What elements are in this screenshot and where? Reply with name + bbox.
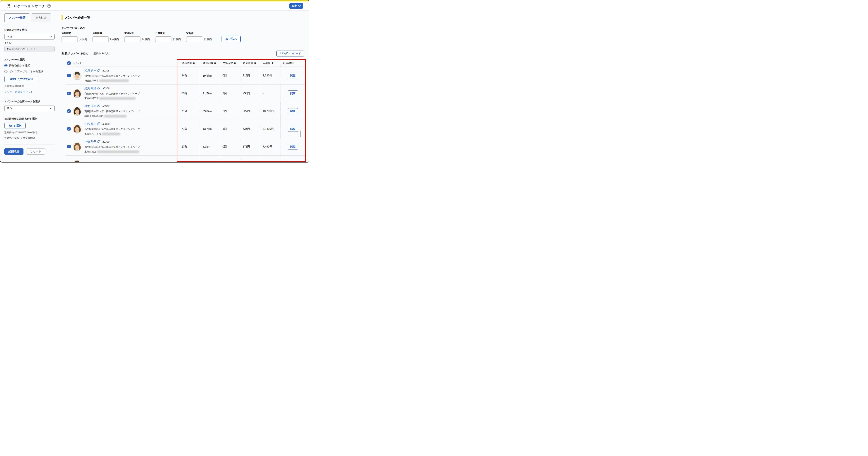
row-checkbox[interactable]	[67, 127, 71, 131]
radio-pickup-list[interactable]: ピックアップリストから選択	[4, 70, 55, 73]
filter-input[interactable]	[124, 36, 141, 42]
commute-time-cell: 27分	[179, 138, 200, 155]
commuter-pass-cell	[260, 155, 281, 163]
view-route-button[interactable]: 閲覧	[288, 144, 298, 149]
external-link-icon[interactable]	[97, 140, 100, 144]
row-checkbox[interactable]	[67, 109, 71, 113]
help-icon[interactable]	[47, 4, 51, 8]
commute-mode-text: 通勤手段:徒歩+公共交通機関	[4, 137, 55, 140]
apply-filter-button[interactable]: 絞り込み	[221, 36, 241, 42]
commute-datetime-text: 通勤日時:2025/04/07 10:00到着	[4, 131, 55, 134]
filter-field-suffix: km以内	[110, 37, 119, 41]
member-address: 埼玉県戸田市	[85, 79, 99, 82]
settings-button[interactable]: 設定	[289, 3, 303, 9]
site-address-input[interactable]: 東京都渋谷区渋谷〇〇-〇-〇	[4, 46, 55, 52]
view-route-button[interactable]: 閲覧	[288, 162, 298, 163]
column-header-label: 経路詳細	[283, 61, 293, 65]
member-avatar	[72, 107, 82, 116]
commute-time-cell: 71分	[179, 102, 200, 120]
member-avatar	[72, 124, 82, 134]
page-title: メンバー経路一覧	[65, 16, 90, 20]
tab-member-search[interactable]: メンバー検索	[4, 13, 30, 22]
member-name-link[interactable]: 小松 聖子	[85, 140, 96, 144]
commuter-pass-cell: -	[260, 85, 281, 102]
member-name-link[interactable]: 鈴木 澄絵	[85, 105, 96, 108]
commute-distance-cell: 43.7km	[200, 120, 220, 138]
external-link-icon[interactable]	[97, 105, 100, 108]
commute-time-cell	[179, 155, 200, 163]
member-route-table: メンバー 通勤時間 通勤距離 乗換回数 片道運賃 定期代	[65, 60, 305, 163]
row-checkbox[interactable]	[67, 145, 71, 148]
address-parts-select[interactable]: 住所	[4, 105, 55, 111]
select-conditions-button[interactable]: 条件を選択	[4, 123, 26, 129]
view-route-button[interactable]: 閲覧	[288, 90, 298, 96]
radio-detail-conditions[interactable]: 詳細条件から選択	[4, 64, 55, 67]
section3-title: 3.メンバーの住所パーツを選択	[4, 100, 55, 103]
select-all-checkbox[interactable]	[67, 61, 71, 65]
section4-title: 4.経路情報の取得条件を選択	[4, 117, 55, 121]
member-id: a0309	[102, 140, 110, 143]
external-link-icon[interactable]	[97, 87, 100, 90]
member-avatar	[72, 160, 82, 163]
get-route-button[interactable]: 経路取得	[4, 148, 24, 154]
one-way-fare-cell: 736円	[240, 85, 260, 102]
one-way-fare-cell: 527円	[240, 102, 260, 120]
member-name-link[interactable]: 鰐渕 順姫	[85, 87, 96, 90]
view-route-button[interactable]: 閲覧	[288, 73, 298, 78]
filter-field: 片道運賃 円以内	[155, 32, 181, 42]
commute-time-cell: 69分	[179, 85, 200, 102]
site-select[interactable]: 本社	[4, 34, 55, 40]
sortable-column-header[interactable]: 通勤時間	[179, 60, 200, 66]
reset-button[interactable]: リセット	[26, 148, 45, 154]
csv-download-button[interactable]: CSVダウンロード	[276, 51, 304, 56]
commuter-pass-cell: 18,790円	[260, 102, 281, 120]
route-detail-cell: 閲覧	[281, 85, 305, 102]
table-body: 柏原 進一 a0305 商品開発本部 > 第二商品開発部 > デザイングループ …	[65, 67, 305, 163]
sortable-column-header[interactable]: 経路詳細	[281, 60, 305, 66]
commute-distance-cell	[200, 155, 220, 163]
set-method-button[interactable]: 選択した方法で設定	[4, 76, 38, 82]
member-row: 中島 純子 a0308 商品開発本部 > 第二商品開発部 > デザイングループ …	[65, 120, 305, 138]
row-checkbox[interactable]	[67, 92, 71, 95]
transfer-count-cell: 2回	[220, 85, 240, 102]
view-route-button[interactable]: 閲覧	[288, 126, 298, 132]
sortable-column-header[interactable]: 片道運賃	[240, 60, 260, 66]
filter-input[interactable]	[186, 36, 203, 42]
filter-field: 定期代 円以内	[186, 32, 212, 42]
member-id: a0306	[102, 87, 110, 90]
chevron-down-icon	[50, 36, 52, 38]
member-name-link[interactable]: 柏原 進一	[85, 69, 96, 73]
filter-input[interactable]	[93, 36, 109, 42]
radio-unselected-icon	[4, 70, 7, 73]
sort-icon	[272, 62, 273, 64]
member-row: 鰐渕 順姫 a0306 商品開発本部 > 第二商品開発部 > デザイングループ …	[65, 85, 305, 102]
filter-field-label: 片道運賃	[155, 32, 181, 35]
sortable-column-header[interactable]: 定期代	[260, 60, 281, 66]
column-header-label: 乗換回数	[223, 61, 233, 65]
column-header-label: 片道運賃	[243, 61, 253, 65]
selected-members-count: 選択中:140人	[93, 52, 108, 55]
member-avatar	[72, 71, 82, 80]
external-link-icon[interactable]	[97, 69, 100, 73]
scrollbar-thumb[interactable]	[300, 131, 301, 137]
member-name-link[interactable]: 中島 純子	[85, 122, 96, 126]
sortable-column-header[interactable]: 通勤距離	[200, 60, 220, 66]
blurred-address	[97, 150, 139, 153]
external-link-icon[interactable]	[97, 122, 100, 126]
filter-field-suffix: 円以内	[204, 37, 212, 41]
member-reset-link[interactable]: メンバー選択をリセット	[4, 90, 33, 94]
section1-title: 1.拠点の住所を選択	[4, 28, 55, 32]
route-detail-cell: 閲覧	[281, 67, 305, 84]
sortable-column-header[interactable]: 乗換回数	[220, 60, 240, 66]
site-select-value: 本社	[7, 35, 12, 38]
view-route-button[interactable]: 閲覧	[288, 108, 298, 114]
member-org-path: 商品開発本部 > 第二商品開発部 > デザイングループ	[85, 92, 140, 95]
radio-detail-label: 詳細条件から選択	[9, 64, 30, 67]
tab-site-search[interactable]: 拠点検索	[31, 13, 51, 22]
filter-field: 通勤時間 分以内	[62, 32, 87, 42]
filter-input[interactable]	[155, 36, 172, 42]
filter-input[interactable]	[62, 36, 78, 42]
row-checkbox[interactable]	[67, 74, 71, 77]
one-way-fare-cell	[240, 155, 260, 163]
commute-time-cell: 71分	[179, 120, 200, 138]
